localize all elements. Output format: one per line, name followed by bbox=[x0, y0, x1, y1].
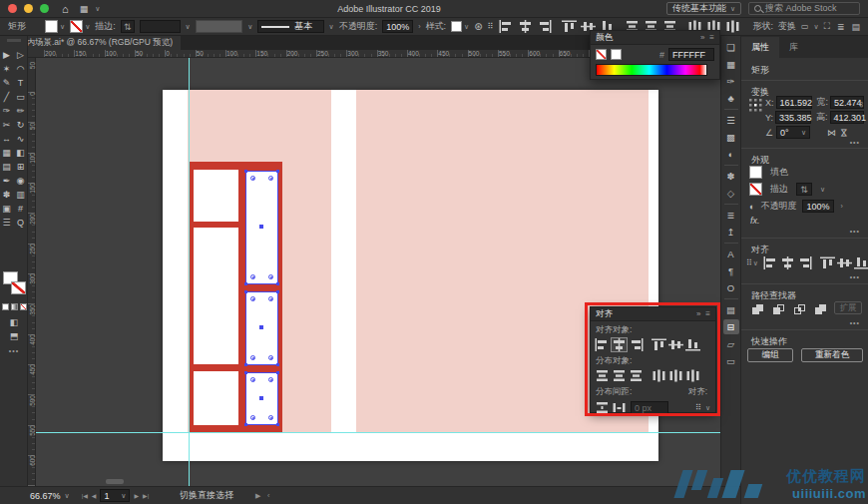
collapse-panel-icon[interactable]: » bbox=[696, 309, 700, 318]
free-transform-tool[interactable]: ▦ bbox=[0, 146, 14, 160]
spacing-value-input[interactable]: 0 px bbox=[631, 401, 668, 414]
chevron-down-icon[interactable]: ∨ bbox=[705, 404, 710, 411]
vertical-align-bottom-button[interactable] bbox=[853, 255, 868, 270]
more-options-icon[interactable]: ••• bbox=[850, 139, 860, 146]
line-segment-tool[interactable]: ╱ bbox=[0, 90, 14, 104]
anchor-point[interactable] bbox=[244, 423, 247, 426]
stroke-weight-input[interactable] bbox=[140, 20, 181, 33]
color-panel-title[interactable]: 颜色 bbox=[596, 32, 613, 44]
appearance-panel-icon[interactable]: ✽ bbox=[723, 169, 739, 184]
expand-button[interactable]: 扩展 bbox=[834, 301, 862, 314]
vertical-align-center-button[interactable] bbox=[667, 337, 684, 352]
lasso-tool[interactable]: ◠ bbox=[14, 62, 28, 76]
maximize-window-button[interactable] bbox=[40, 4, 49, 13]
horizontal-distribute-space-button[interactable] bbox=[611, 400, 628, 415]
anchor-point[interactable] bbox=[250, 355, 255, 360]
close-window-button[interactable] bbox=[8, 4, 17, 13]
anchor-point[interactable] bbox=[250, 377, 255, 382]
chevron-down-icon[interactable]: ∨ bbox=[814, 23, 819, 30]
chevron-down-icon[interactable]: ∨ bbox=[65, 492, 70, 499]
minimize-window-button[interactable] bbox=[24, 4, 33, 13]
artboard-number-input[interactable]: 1 ∨ bbox=[100, 489, 130, 502]
horizontal-align-left-button[interactable] bbox=[762, 255, 779, 270]
pen-tool[interactable]: ✎ bbox=[0, 76, 14, 90]
horizontal-align-right-button[interactable] bbox=[628, 337, 645, 352]
horizontal-align-left-button[interactable] bbox=[594, 337, 611, 352]
paintbrush-tool[interactable]: ✑ bbox=[0, 104, 14, 118]
none-color-swatch[interactable] bbox=[596, 49, 607, 60]
anchor-point[interactable] bbox=[276, 170, 279, 173]
anchor-point[interactable] bbox=[268, 176, 273, 181]
horizontal-align-right-button[interactable] bbox=[796, 255, 813, 270]
appearance-stroke-swatch[interactable] bbox=[749, 183, 762, 196]
chevron-down-icon[interactable]: ∨ bbox=[329, 23, 334, 30]
blend-tool[interactable]: ◉ bbox=[14, 174, 28, 188]
prev-artboard-icon[interactable]: ◀ bbox=[92, 492, 97, 499]
document-setup-icon[interactable]: ⊛ bbox=[474, 21, 482, 32]
edit-toolbar-icon[interactable]: ••• bbox=[0, 347, 28, 354]
symbols-panel-icon[interactable]: ♣ bbox=[723, 91, 739, 106]
hand-tool[interactable]: ☰ bbox=[0, 216, 14, 230]
canvas[interactable] bbox=[36, 58, 720, 486]
link-dimensions-icon[interactable]: ∞ bbox=[857, 102, 866, 108]
pathfinder-exclude-button[interactable] bbox=[812, 301, 829, 316]
height-input[interactable]: 412.301 bbox=[830, 111, 864, 124]
opacity-input[interactable]: 100% bbox=[382, 20, 413, 33]
opacity-input[interactable]: 100% bbox=[802, 200, 834, 213]
current-color-swatch[interactable] bbox=[611, 49, 622, 60]
more-options-icon[interactable]: ••• bbox=[850, 319, 860, 326]
distribute-horizontal-right-button[interactable] bbox=[684, 368, 701, 383]
distribute-horizontal-right-button[interactable] bbox=[724, 19, 741, 34]
rotation-dropdown[interactable]: 0° ∨ bbox=[776, 126, 810, 139]
opentype-panel-icon[interactable]: O bbox=[723, 280, 739, 295]
screen-mode-icon[interactable]: ⛶ bbox=[824, 21, 830, 32]
type-tool[interactable]: T bbox=[14, 76, 28, 90]
column-graph-tool[interactable]: ▥ bbox=[14, 188, 28, 202]
anchor-point[interactable] bbox=[276, 371, 279, 374]
horizontal-align-center-button[interactable] bbox=[611, 337, 628, 352]
window-frame-shape[interactable] bbox=[190, 162, 282, 432]
vertical-align-bottom-button[interactable] bbox=[684, 337, 701, 352]
layers-panel-icon[interactable]: ≣ bbox=[723, 208, 739, 223]
anchor-point[interactable] bbox=[259, 225, 263, 229]
stroke-weight-stepper[interactable]: ⇅ bbox=[121, 20, 135, 33]
flip-horizontal-icon[interactable]: ⋈ bbox=[827, 128, 836, 138]
anchor-point[interactable] bbox=[268, 274, 273, 279]
rotate-tool[interactable]: ↻ bbox=[14, 118, 28, 132]
align-to-icon[interactable]: ⠿ bbox=[746, 258, 752, 267]
selected-pane[interactable] bbox=[245, 171, 278, 284]
drawing-mode-icon[interactable]: ◧ bbox=[0, 317, 28, 327]
artboards-panel-icon[interactable]: ▦ bbox=[723, 57, 739, 72]
asset-export-panel-icon[interactable]: ↥ bbox=[723, 225, 739, 240]
anchor-point[interactable] bbox=[259, 325, 263, 329]
transform-icon[interactable]: ▭ bbox=[801, 22, 809, 31]
pathfinder-intersect-button[interactable] bbox=[791, 301, 808, 316]
home-icon[interactable]: ⌂ bbox=[62, 3, 69, 15]
fx-effects-button[interactable]: fx. bbox=[750, 216, 760, 226]
anchor-point[interactable] bbox=[250, 296, 255, 301]
distribute-horizontal-left-button[interactable] bbox=[651, 368, 667, 383]
shape-builder-tool[interactable]: ◧ bbox=[14, 146, 28, 160]
status-collapse-icon[interactable]: ‹ bbox=[267, 492, 269, 499]
scale-tool[interactable]: ↔ bbox=[0, 132, 14, 146]
stroke-swatch[interactable] bbox=[11, 281, 26, 294]
zoom-tool[interactable]: Q bbox=[14, 216, 28, 230]
vertical-align-top-button[interactable] bbox=[651, 337, 667, 352]
graphic-styles-panel-icon[interactable]: ◇ bbox=[723, 186, 739, 201]
stroke-color-swatch[interactable] bbox=[70, 20, 83, 33]
anchor-point[interactable] bbox=[244, 290, 247, 293]
none-button[interactable] bbox=[20, 303, 27, 310]
swatches-panel-icon[interactable]: ❏ bbox=[723, 40, 739, 55]
variable-width-profile-dropdown[interactable] bbox=[196, 20, 243, 33]
panel-menu-icon[interactable]: ≡ bbox=[705, 309, 710, 318]
anchor-point[interactable] bbox=[268, 355, 273, 360]
stroke-weight-stepper[interactable]: ⇅ bbox=[796, 183, 812, 196]
vertical-align-center-button[interactable] bbox=[836, 255, 853, 270]
align-to-selection-icon[interactable]: ⠿ bbox=[695, 403, 701, 412]
eyedropper-tool[interactable]: ✒ bbox=[0, 174, 14, 188]
tab-library[interactable]: 库 bbox=[779, 37, 808, 58]
chevron-down-icon[interactable]: ∨ bbox=[85, 23, 90, 30]
gradient-tool[interactable]: ▤ bbox=[0, 160, 14, 174]
chevron-down-icon[interactable]: ∨ bbox=[820, 186, 825, 193]
stroke-panel-icon[interactable]: ☰ bbox=[723, 113, 739, 128]
